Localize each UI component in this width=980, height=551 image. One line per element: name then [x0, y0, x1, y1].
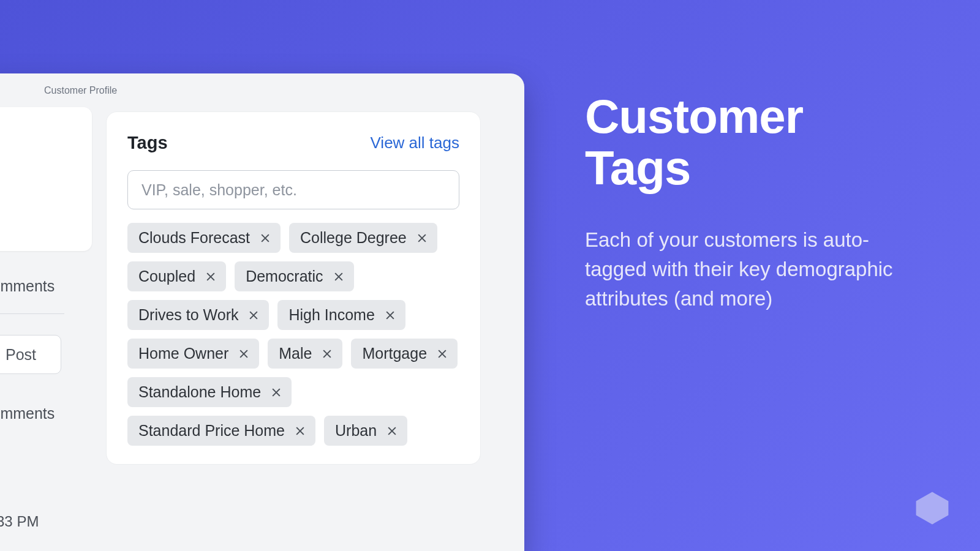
- tag-pill: Clouds Forecast: [127, 223, 281, 253]
- comments-label: comments: [0, 277, 55, 295]
- left-blank-card: [0, 107, 92, 251]
- post-button[interactable]: Post: [0, 335, 61, 374]
- tag-pill: Standard Price Home: [127, 416, 315, 446]
- tags-card: Tags View all tags Clouds ForecastColleg…: [106, 111, 481, 465]
- tag-label: College Degree: [300, 229, 407, 247]
- remove-tag-icon[interactable]: [383, 309, 397, 322]
- tag-label: Home Owner: [138, 345, 228, 362]
- remove-tag-icon[interactable]: [332, 270, 345, 283]
- remove-tag-icon[interactable]: [385, 424, 399, 438]
- remove-tag-icon[interactable]: [204, 270, 217, 283]
- brand-logo-icon: [914, 490, 951, 527]
- marketing-headline: Customer Tags: [585, 91, 803, 193]
- tags-search-input[interactable]: [127, 170, 459, 209]
- tag-label: Standalone Home: [138, 383, 261, 401]
- tag-pill: Standalone Home: [127, 377, 292, 407]
- marketing-subhead: Each of your customers is auto-tagged wi…: [585, 225, 919, 313]
- svg-marker-24: [916, 492, 949, 525]
- tag-pill: High Income: [277, 300, 405, 330]
- tag-label: Clouds Forecast: [138, 229, 250, 247]
- window-title: Customer Profile: [0, 73, 524, 107]
- tag-label: Male: [279, 345, 312, 362]
- remove-tag-icon[interactable]: [293, 424, 307, 438]
- comments-label: comments: [0, 405, 55, 422]
- remove-tag-icon[interactable]: [320, 347, 334, 361]
- tag-label: High Income: [288, 306, 374, 324]
- headline-line: Customer: [585, 89, 803, 143]
- tag-pill: Mortgage: [351, 339, 458, 369]
- remove-tag-icon[interactable]: [435, 347, 449, 361]
- tag-pill: Male: [268, 339, 342, 369]
- timestamp-label: 2:33 PM: [0, 513, 39, 530]
- remove-tag-icon[interactable]: [270, 386, 283, 399]
- tag-pill: Democratic: [235, 261, 353, 291]
- view-all-tags-link[interactable]: View all tags: [371, 133, 460, 152]
- divider-line: [0, 313, 64, 314]
- tag-pill: Urban: [324, 416, 407, 446]
- tag-pill: Coupled: [127, 261, 226, 291]
- tag-label: Standard Price Home: [138, 422, 285, 440]
- tag-label: Urban: [335, 422, 377, 440]
- app-window: Customer Profile comments Post comments …: [0, 73, 524, 551]
- tag-label: Democratic: [246, 268, 323, 285]
- remove-tag-icon[interactable]: [247, 309, 260, 322]
- remove-tag-icon[interactable]: [258, 231, 272, 245]
- tag-pill: College Degree: [289, 223, 437, 253]
- remove-tag-icon[interactable]: [415, 231, 429, 245]
- remove-tag-icon[interactable]: [237, 347, 251, 361]
- tag-pill: Drives to Work: [127, 300, 269, 330]
- tag-pill: Home Owner: [127, 339, 259, 369]
- tag-label: Coupled: [138, 268, 195, 285]
- tag-list: Clouds ForecastCollege DegreeCoupledDemo…: [127, 223, 459, 446]
- tag-label: Mortgage: [362, 345, 427, 362]
- tags-heading: Tags: [127, 133, 168, 153]
- headline-line: Tags: [585, 141, 690, 195]
- tag-label: Drives to Work: [138, 306, 238, 324]
